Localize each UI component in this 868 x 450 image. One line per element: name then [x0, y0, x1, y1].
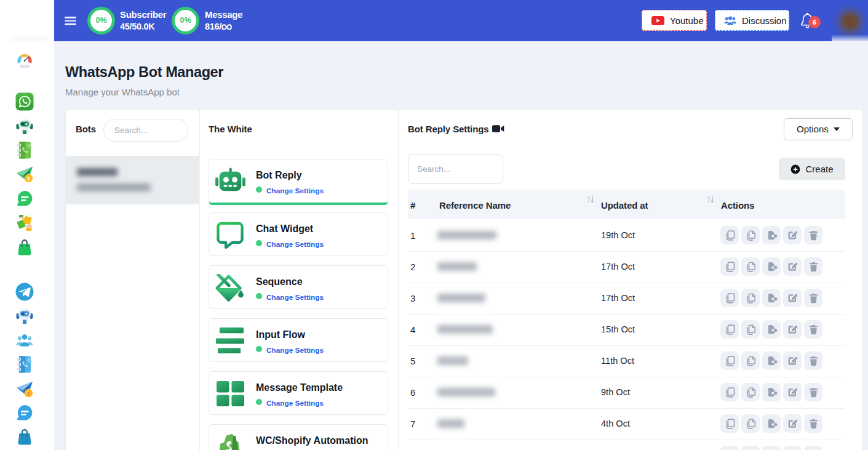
svg-text:1: 1: [27, 391, 30, 396]
svg-text:1: 1: [27, 176, 30, 182]
